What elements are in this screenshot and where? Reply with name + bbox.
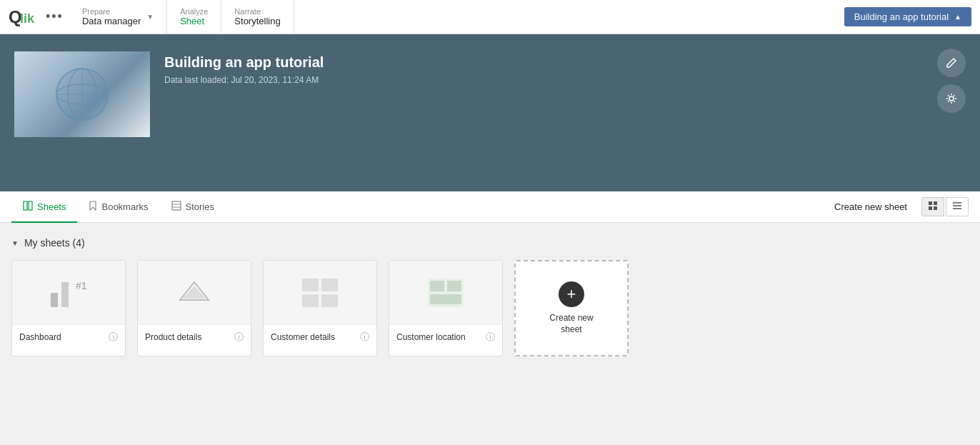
qlik-logo: Q lik — [9, 7, 34, 27]
svg-point-7 — [56, 69, 108, 120]
bookmarks-tab-label: Bookmarks — [101, 201, 148, 212]
product-details-footer: Product details ⓘ — [138, 325, 251, 349]
my-sheets-label: My sheets (4) — [24, 237, 85, 249]
customer-details-footer: Customer details ⓘ — [264, 325, 376, 349]
qlik-logo-svg: Q lik — [9, 7, 34, 27]
hero-image — [14, 51, 150, 137]
svg-text:lik: lik — [20, 11, 34, 26]
grid-view-icon — [928, 201, 938, 211]
dashboard-footer: Dashboard ⓘ — [12, 325, 125, 349]
nav-narrate-label: Narrate — [234, 7, 280, 16]
hero-info: Building an app tutorial Data last loade… — [164, 51, 324, 85]
app-title-chevron: ▲ — [954, 13, 961, 21]
svg-rect-21 — [51, 293, 58, 307]
create-new-sheet-header-button[interactable]: Create new sheet — [827, 201, 914, 212]
customer-location-info-icon[interactable]: ⓘ — [486, 331, 495, 344]
dashboard-name: Dashboard — [19, 332, 61, 342]
nav-prepare-title: Data manager — [82, 16, 141, 26]
sheet-grid: #1 Dashboard ⓘ Product details ⓘ — [11, 260, 969, 356]
my-sheets-header: ▼ My sheets (4) — [11, 237, 969, 249]
customer-details-info-icon[interactable]: ⓘ — [360, 331, 369, 344]
sheets-icon — [23, 201, 33, 211]
section-collapse-icon[interactable]: ▼ — [11, 239, 19, 247]
hero-section: Building an app tutorial Data last loade… — [0, 34, 980, 191]
bookmarks-tab-icon — [89, 201, 97, 213]
more-menu-button[interactable]: ••• — [40, 6, 69, 27]
list-view-icon — [952, 201, 962, 211]
svg-rect-33 — [430, 294, 461, 304]
create-plus-icon: + — [559, 281, 584, 307]
nav-prepare[interactable]: Prepare Data manager ▼ — [69, 0, 167, 34]
tab-bookmarks[interactable]: Bookmarks — [77, 191, 159, 223]
nav-analyze-title: Sheet — [180, 16, 208, 26]
product-thumb-icon — [173, 275, 216, 311]
svg-rect-15 — [934, 201, 937, 205]
product-details-info-icon[interactable]: ⓘ — [234, 331, 244, 344]
edit-icon-button[interactable] — [937, 49, 966, 77]
tab-sheets[interactable]: Sheets — [11, 191, 77, 223]
tabs-bar: Sheets Bookmarks Stories Create new shee… — [0, 191, 980, 223]
stories-icon — [171, 201, 181, 211]
nav-narrate[interactable]: Narrate Storytelling — [221, 0, 294, 34]
hero-thumbnail — [14, 51, 150, 137]
svg-rect-16 — [929, 206, 932, 210]
dashboard-thumb-icon: #1 — [47, 275, 90, 311]
hero-subtitle: Data last loaded: Jul 20, 2023, 11:24 AM — [164, 75, 324, 85]
svg-rect-32 — [447, 281, 461, 291]
top-nav: Q lik ••• Prepare Data manager ▼ Analyze… — [0, 0, 980, 34]
app-title-text: Building an app tutorial — [854, 11, 949, 22]
sheet-card-product-details[interactable]: Product details ⓘ — [137, 260, 251, 356]
sheet-card-customer-details[interactable]: Customer details ⓘ — [263, 260, 377, 356]
customer-details-name: Customer details — [271, 332, 335, 342]
nav-analyze-label: Analyze — [180, 7, 208, 16]
logo-area: Q lik — [9, 7, 34, 27]
sheet-card-customer-location[interactable]: Customer location ⓘ — [389, 260, 503, 356]
app-title-button[interactable]: Building an app tutorial ▲ — [844, 7, 971, 26]
svg-rect-31 — [430, 281, 444, 291]
svg-point-8 — [949, 96, 954, 101]
settings-icon-button[interactable] — [937, 84, 966, 113]
prepare-dropdown-arrow: ▼ — [146, 13, 154, 21]
sheets-tab-label: Sheets — [37, 201, 66, 212]
create-card-label: Create newsheet — [549, 313, 593, 335]
svg-rect-22 — [61, 282, 69, 307]
svg-rect-10 — [29, 201, 32, 210]
nav-analyze[interactable]: Analyze Sheet — [167, 0, 221, 34]
sheet-card-dashboard[interactable]: #1 Dashboard ⓘ — [11, 260, 126, 356]
svg-rect-28 — [302, 294, 319, 307]
svg-rect-11 — [172, 201, 181, 210]
nav-narrate-title: Storytelling — [234, 16, 280, 26]
sheets-tab-icon — [23, 201, 33, 213]
content-area: ▼ My sheets (4) #1 Dashboard ⓘ — [0, 223, 980, 437]
svg-text:#1: #1 — [76, 280, 87, 291]
dashboard-thumbnail: #1 — [12, 261, 125, 325]
svg-rect-27 — [321, 279, 338, 291]
svg-rect-14 — [929, 201, 932, 205]
customer-location-thumbnail — [389, 261, 502, 325]
stories-tab-icon — [171, 201, 181, 213]
grid-view-button[interactable] — [921, 197, 944, 216]
gear-icon — [946, 93, 957, 104]
plus-symbol: + — [567, 285, 576, 304]
pencil-icon — [946, 57, 957, 69]
svg-rect-29 — [321, 294, 338, 307]
product-details-thumbnail — [138, 261, 251, 325]
list-view-button[interactable] — [946, 197, 969, 216]
dashboard-info-icon[interactable]: ⓘ — [109, 331, 118, 344]
hero-actions — [937, 49, 966, 113]
hero-title: Building an app tutorial — [164, 54, 324, 71]
customer-details-thumb-icon — [299, 275, 341, 311]
bookmark-icon — [89, 201, 97, 211]
nav-prepare-label: Prepare — [82, 7, 141, 16]
product-details-name: Product details — [145, 332, 201, 342]
customer-location-footer: Customer location ⓘ — [389, 325, 502, 349]
tab-stories[interactable]: Stories — [160, 191, 226, 223]
svg-rect-26 — [302, 279, 319, 291]
customer-details-thumbnail — [264, 261, 376, 325]
stories-tab-label: Stories — [186, 201, 214, 212]
create-new-sheet-card[interactable]: + Create newsheet — [514, 260, 629, 356]
svg-rect-9 — [24, 201, 27, 210]
customer-location-name: Customer location — [396, 332, 466, 342]
view-toggle — [921, 197, 969, 216]
svg-rect-17 — [934, 206, 937, 210]
